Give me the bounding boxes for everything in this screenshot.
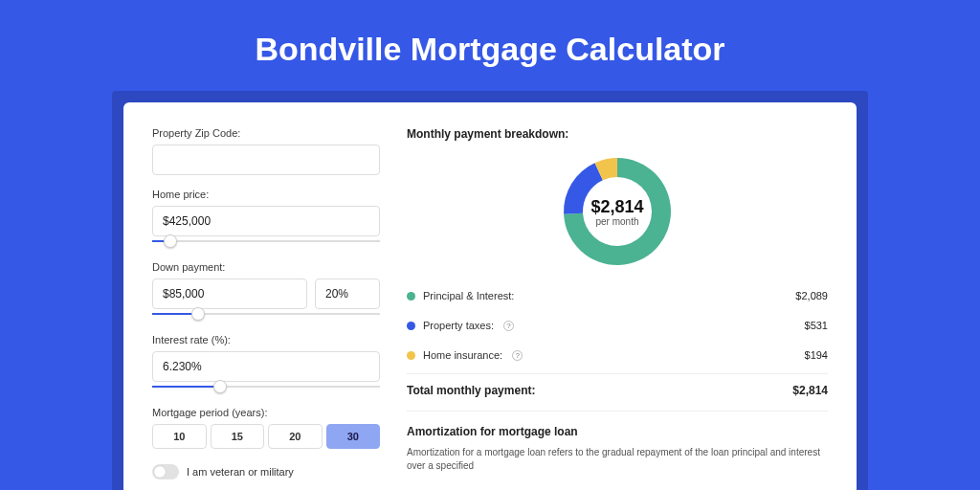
legend-amount: $531 bbox=[805, 320, 828, 331]
calculator-card: Property Zip Code: Home price: Down paym… bbox=[123, 102, 857, 490]
down-payment-amount-input[interactable] bbox=[152, 278, 307, 309]
amortization-text: Amortization for a mortgage loan refers … bbox=[407, 446, 828, 473]
home-price-slider[interactable] bbox=[152, 234, 380, 248]
period-label: Mortgage period (years): bbox=[152, 407, 380, 418]
veteran-label: I am veteran or military bbox=[187, 466, 294, 478]
period-option-10[interactable]: 10 bbox=[152, 424, 207, 449]
legend-row-hi: Home insurance:?$194 bbox=[407, 340, 828, 369]
veteran-row: I am veteran or military bbox=[152, 464, 380, 479]
legend-amount: $194 bbox=[805, 349, 828, 361]
home-price-group: Home price: bbox=[152, 189, 380, 248]
period-option-15[interactable]: 15 bbox=[211, 424, 265, 449]
total-label: Total monthly payment: bbox=[407, 384, 535, 397]
legend: Principal & Interest:$2,089Property taxe… bbox=[407, 280, 828, 369]
legend-row-pt: Property taxes:?$531 bbox=[407, 310, 828, 340]
down-payment-percent-input[interactable] bbox=[315, 278, 380, 309]
page-title: Bondville Mortgage Calculator bbox=[0, 0, 980, 91]
breakdown-title: Monthly payment breakdown: bbox=[407, 127, 828, 141]
amortization-section: Amortization for mortgage loan Amortizat… bbox=[407, 411, 828, 473]
legend-dot-icon bbox=[407, 292, 415, 301]
legend-amount: $2,089 bbox=[795, 290, 828, 301]
legend-row-pi: Principal & Interest:$2,089 bbox=[407, 280, 828, 310]
zip-input[interactable] bbox=[152, 145, 380, 175]
home-price-label: Home price: bbox=[152, 189, 380, 200]
legend-dot-icon bbox=[407, 322, 415, 330]
period-option-30[interactable]: 30 bbox=[326, 424, 381, 449]
period-group: Mortgage period (years): 10152030 bbox=[152, 407, 380, 449]
down-payment-group: Down payment: bbox=[152, 261, 380, 321]
legend-label: Principal & Interest: bbox=[423, 290, 514, 301]
legend-label: Home insurance: bbox=[423, 349, 502, 361]
total-row: Total monthly payment: $2,814 bbox=[407, 373, 828, 411]
down-payment-label: Down payment: bbox=[152, 261, 380, 273]
breakdown-panel: Monthly payment breakdown: $2,814 per mo… bbox=[407, 127, 828, 490]
interest-rate-slider[interactable] bbox=[152, 380, 380, 393]
interest-rate-group: Interest rate (%): bbox=[152, 334, 380, 393]
interest-rate-label: Interest rate (%): bbox=[152, 334, 380, 345]
veteran-toggle[interactable] bbox=[152, 464, 179, 479]
donut-value: $2,814 bbox=[590, 197, 643, 217]
period-options: 10152030 bbox=[152, 424, 380, 449]
help-icon[interactable]: ? bbox=[503, 321, 514, 331]
inputs-panel: Property Zip Code: Home price: Down paym… bbox=[152, 127, 380, 490]
zip-label: Property Zip Code: bbox=[152, 127, 380, 139]
amortization-title: Amortization for mortgage loan bbox=[407, 425, 828, 438]
help-icon[interactable]: ? bbox=[512, 350, 523, 361]
legend-dot-icon bbox=[407, 351, 415, 360]
down-payment-slider[interactable] bbox=[152, 307, 380, 321]
zip-group: Property Zip Code: bbox=[152, 127, 380, 175]
interest-rate-input[interactable] bbox=[152, 351, 380, 382]
donut-chart: $2,814 per month bbox=[407, 148, 828, 280]
donut-center: $2,814 per month bbox=[560, 154, 675, 269]
legend-label: Property taxes: bbox=[423, 320, 494, 331]
donut-sublabel: per month bbox=[595, 216, 638, 227]
card-frame: Property Zip Code: Home price: Down paym… bbox=[112, 91, 868, 490]
period-option-20[interactable]: 20 bbox=[268, 424, 323, 449]
home-price-input[interactable] bbox=[152, 206, 380, 236]
total-amount: $2,814 bbox=[792, 384, 828, 397]
